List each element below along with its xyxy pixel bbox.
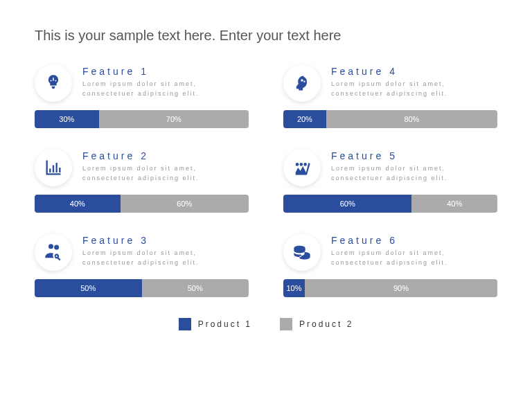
feature-title: Feature 1 bbox=[82, 66, 249, 77]
feature-desc: Lorem ipsum dolor sit amet, consectetuer… bbox=[82, 80, 249, 98]
comparison-bar: 20% 80% bbox=[283, 110, 497, 128]
coins-icon bbox=[283, 233, 321, 271]
people-search-icon bbox=[35, 233, 72, 271]
product1-segment: 60% bbox=[283, 195, 411, 213]
product2-segment: 60% bbox=[121, 195, 249, 213]
comparison-bar: 30% 70% bbox=[35, 110, 249, 128]
feature-card: Feature 5 Lorem ipsum dolor sit amet, co… bbox=[283, 149, 497, 213]
lightbulb-icon bbox=[35, 64, 72, 102]
product1-segment: 10% bbox=[283, 279, 305, 297]
comparison-bar: 40% 60% bbox=[35, 195, 249, 213]
comparison-bar: 50% 50% bbox=[35, 279, 249, 297]
feature-grid: Feature 1 Lorem ipsum dolor sit amet, co… bbox=[35, 64, 497, 297]
legend-item-product2: Product 2 bbox=[280, 318, 353, 330]
product1-segment: 30% bbox=[35, 110, 99, 128]
head-gears-icon bbox=[283, 64, 321, 102]
legend-item-product1: Product 1 bbox=[179, 318, 252, 330]
feature-desc: Lorem ipsum dolor sit amet, consectetuer… bbox=[331, 249, 497, 267]
feature-title: Feature 4 bbox=[331, 66, 497, 77]
feature-desc: Lorem ipsum dolor sit amet, consectetuer… bbox=[82, 164, 249, 183]
legend-label: Product 2 bbox=[299, 319, 353, 329]
product2-segment: 40% bbox=[411, 195, 497, 213]
feature-desc: Lorem ipsum dolor sit amet, consectetuer… bbox=[331, 80, 497, 98]
legend: Product 1 Product 2 bbox=[35, 318, 497, 330]
comparison-bar: 10% 90% bbox=[283, 279, 497, 297]
product2-segment: 80% bbox=[326, 110, 497, 128]
feature-title: Feature 3 bbox=[82, 235, 249, 246]
feature-title: Feature 5 bbox=[331, 150, 497, 161]
legend-swatch-product1 bbox=[179, 318, 191, 330]
feature-card: Feature 1 Lorem ipsum dolor sit amet, co… bbox=[35, 64, 249, 128]
feature-title: Feature 2 bbox=[82, 150, 249, 161]
page-title: This is your sample text here. Enter you… bbox=[35, 28, 497, 44]
feature-title: Feature 6 bbox=[331, 235, 497, 246]
people-arrow-icon bbox=[283, 149, 321, 186]
comparison-bar: 60% 40% bbox=[283, 195, 497, 213]
feature-card: Feature 6 Lorem ipsum dolor sit amet, co… bbox=[283, 233, 497, 297]
feature-card: Feature 3 Lorem ipsum dolor sit amet, co… bbox=[35, 233, 249, 297]
feature-desc: Lorem ipsum dolor sit amet, consectetuer… bbox=[82, 249, 249, 267]
product2-segment: 70% bbox=[99, 110, 249, 128]
legend-swatch-product2 bbox=[280, 318, 292, 330]
feature-card: Feature 2 Lorem ipsum dolor sit amet, co… bbox=[35, 149, 249, 213]
feature-desc: Lorem ipsum dolor sit amet, consectetuer… bbox=[331, 164, 497, 183]
bar-chart-icon bbox=[35, 149, 72, 186]
product1-segment: 40% bbox=[35, 195, 121, 213]
product1-segment: 20% bbox=[283, 110, 326, 128]
product1-segment: 50% bbox=[35, 279, 142, 297]
feature-card: Feature 4 Lorem ipsum dolor sit amet, co… bbox=[283, 64, 497, 128]
product2-segment: 50% bbox=[142, 279, 249, 297]
legend-label: Product 1 bbox=[198, 319, 252, 329]
product2-segment: 90% bbox=[305, 279, 497, 297]
